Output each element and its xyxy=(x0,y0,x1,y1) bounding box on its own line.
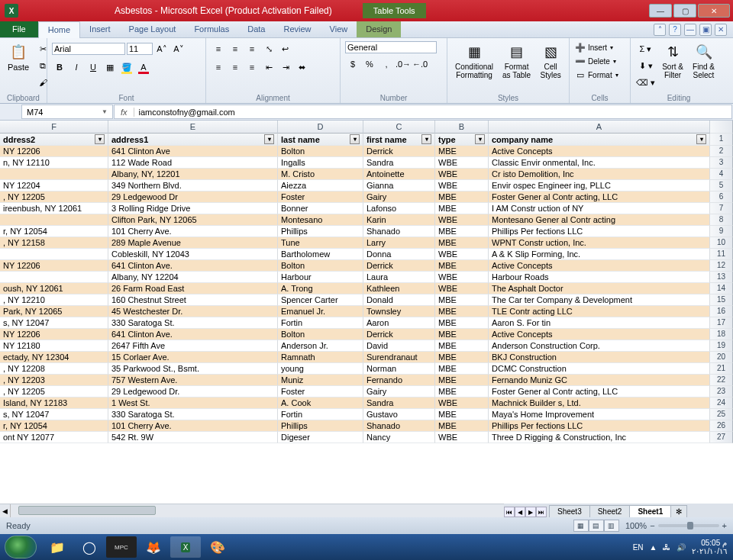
italic-button[interactable]: I xyxy=(69,60,84,75)
cell[interactable]: , NY 12205 xyxy=(0,386,108,397)
cell[interactable]: Aiezza xyxy=(278,180,363,191)
cell[interactable]: oush, NY 12061 xyxy=(0,283,108,294)
sort-filter-button[interactable]: ⇅Sort & Filter xyxy=(659,40,686,81)
cell[interactable]: Ramnath xyxy=(278,352,363,363)
cell[interactable]: Bonner xyxy=(278,203,363,214)
cell[interactable]: Aaron S. For tin xyxy=(489,317,710,329)
increase-font-button[interactable]: A˄ xyxy=(154,41,170,56)
cell[interactable]: WBE xyxy=(435,283,489,294)
row-header[interactable]: 17 xyxy=(710,317,733,329)
cell[interactable]: MBE xyxy=(435,260,489,272)
cell[interactable]: Donald xyxy=(363,294,435,306)
cell[interactable] xyxy=(0,214,108,226)
cell[interactable]: Spencer Carter xyxy=(278,294,363,306)
cell[interactable]: Antoinette xyxy=(363,169,435,180)
row-header[interactable]: 21 xyxy=(710,363,733,375)
table-row[interactable]: Albany, NY, 12201M. CristoAntoinetteWBEC… xyxy=(0,169,733,180)
table-row[interactable]: n, NY 12110112 Wade RoadIngallsSandraWBE… xyxy=(0,157,733,169)
filter-button-address2[interactable]: ▾ xyxy=(95,134,105,144)
cell[interactable]: WBE xyxy=(435,397,489,409)
table-row[interactable]: Island, NY 121831 West St.A. CookSandraW… xyxy=(0,397,733,409)
cell[interactable]: Townsley xyxy=(363,306,435,317)
system-tray[interactable]: EN ▲ 🖧 🔊 05:05 م ٢٠٢١/١٠/١٦ xyxy=(633,539,733,555)
cell[interactable]: MBE xyxy=(435,352,489,363)
table-row[interactable]: Clifton Park, NY 12065MontesanoKarinWBEM… xyxy=(0,214,733,226)
cell[interactable] xyxy=(0,249,108,260)
cell[interactable]: 757 Western Ave. xyxy=(108,375,278,386)
taskbar-paint-icon[interactable]: 🎨 xyxy=(202,536,233,558)
cell[interactable]: 112 Wade Road xyxy=(108,157,278,169)
cell[interactable]: BKJ Construction xyxy=(489,352,710,363)
header-type[interactable]: type▾ xyxy=(435,134,489,146)
col-header-D[interactable]: D xyxy=(278,121,363,134)
cell[interactable]: 160 Chestnut Street xyxy=(108,294,278,306)
cell[interactable]: 15 Corlaer Ave. xyxy=(108,352,278,363)
row-header[interactable]: 9 xyxy=(710,226,733,237)
wrap-text-button[interactable]: ↩ xyxy=(278,41,292,56)
table-row[interactable]: , NY 12210160 Chestnut StreetSpencer Car… xyxy=(0,294,733,306)
autosum-button[interactable]: Σ ▾ xyxy=(635,41,656,56)
orientation-button[interactable]: ⤡ xyxy=(261,41,276,56)
row-header[interactable]: 15 xyxy=(710,294,733,306)
row-header[interactable]: 11 xyxy=(710,249,733,260)
cell[interactable]: 289 Maple Avenue xyxy=(108,237,278,249)
cell[interactable]: David xyxy=(363,340,435,352)
cell[interactable]: MBE xyxy=(435,420,489,432)
cell[interactable]: Anderson Jr. xyxy=(278,340,363,352)
worksheet[interactable]: F E D C B A ddress2▾ address1▾ last name… xyxy=(0,121,733,517)
zoom-out-button[interactable]: − xyxy=(650,521,654,530)
cell[interactable]: NY 12206 xyxy=(0,260,108,272)
cell[interactable]: Bartholomew xyxy=(278,249,363,260)
table-row[interactable]: , NY 1220529 Ledgewood Dr.FosterGairyMBE… xyxy=(0,386,733,397)
tab-nav-last[interactable]: ⏭ xyxy=(536,507,547,517)
cell[interactable]: WBE xyxy=(435,432,489,443)
table-row[interactable]: ireenbush, NY 120613 Rolling Ridge Drive… xyxy=(0,203,733,214)
taskbar-explorer-icon[interactable]: 📁 xyxy=(42,536,73,558)
table-row[interactable]: s, NY 12047330 Saratoga St.FortinGustavo… xyxy=(0,409,733,420)
cell[interactable]: Anderson Construction Corp. xyxy=(489,340,710,352)
row-header[interactable]: 25 xyxy=(710,409,733,420)
table-row[interactable]: s, NY 12047330 Saratoga St.FortinAaronMB… xyxy=(0,317,733,329)
cell[interactable]: Nancy xyxy=(363,432,435,443)
zoom-slider[interactable] xyxy=(658,524,719,527)
paste-button[interactable]: 📋 Paste xyxy=(5,40,32,73)
filter-button-firstname[interactable]: ▾ xyxy=(421,134,431,144)
cell-styles-button[interactable]: ▧Cell Styles xyxy=(537,40,564,81)
cell[interactable]: MBE xyxy=(435,306,489,317)
help-icon[interactable]: ? xyxy=(669,24,681,36)
row-header[interactable]: 19 xyxy=(710,340,733,352)
table-row[interactable]: r, NY 12054101 Cherry Ave.PhillipsShanad… xyxy=(0,420,733,432)
cell[interactable]: Gairy xyxy=(363,191,435,203)
format-as-table-button[interactable]: ▤Format as Table xyxy=(499,40,534,81)
insert-cells-button[interactable]: ➕Insert▾ xyxy=(574,41,613,53)
table-row[interactable]: , NY 12203757 Western Ave.MunizFernandoM… xyxy=(0,375,733,386)
cell[interactable]: Bolton xyxy=(278,260,363,272)
increase-indent-button[interactable]: ⇥ xyxy=(278,60,293,75)
cell[interactable]: Albany, NY 12204 xyxy=(108,272,278,283)
table-row[interactable]: NY 12206641 Clinton Ave.BoltonDerrickMBE… xyxy=(0,260,733,272)
cell[interactable]: MBE xyxy=(435,386,489,397)
taskbar-chrome-icon[interactable]: ◯ xyxy=(74,536,105,558)
align-top-button[interactable]: ≡ xyxy=(211,41,226,56)
doc-close-icon[interactable]: ✕ xyxy=(715,24,727,36)
cell[interactable]: Harbour xyxy=(278,272,363,283)
cell[interactable]: MBE xyxy=(435,375,489,386)
cell[interactable]: Classic Envir onmental, Inc. xyxy=(489,157,710,169)
tab-data[interactable]: Data xyxy=(238,21,274,37)
cell[interactable]: ectady, NY 12304 xyxy=(0,352,108,363)
col-header-E[interactable]: E xyxy=(108,121,278,134)
cell[interactable]: Sandra xyxy=(363,157,435,169)
cell[interactable]: 641 Clinton Ave. xyxy=(108,329,278,340)
cell[interactable]: I AM Constr uction of NY xyxy=(489,203,710,214)
cell[interactable]: ireenbush, NY 12061 xyxy=(0,203,108,214)
cell[interactable]: Kathleen xyxy=(363,283,435,294)
filter-button-company[interactable]: ▾ xyxy=(696,134,706,144)
cell[interactable]: Cr isto Demolition, Inc xyxy=(489,169,710,180)
cell[interactable]: 1 West St. xyxy=(108,397,278,409)
cell[interactable]: WBE xyxy=(435,169,489,180)
zoom-in-button[interactable]: + xyxy=(722,521,727,530)
cell[interactable]: , NY 12208 xyxy=(0,363,108,375)
sheet-tab-2[interactable]: Sheet2 xyxy=(589,505,631,517)
clear-button[interactable]: ⌫ ▾ xyxy=(635,75,656,90)
cell[interactable]: MBE xyxy=(435,363,489,375)
